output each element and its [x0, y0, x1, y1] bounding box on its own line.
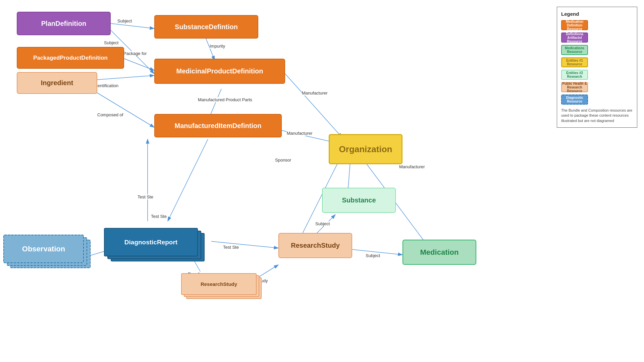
- svg-line-10: [168, 139, 208, 221]
- legend: Legend Medication Definition Resource De…: [557, 7, 637, 128]
- node-packaged-product-definition: PackagedProductDefinition: [17, 47, 124, 69]
- label-composed-of: Composed of: [97, 112, 123, 117]
- node-diagnostic-report-stack: DiagnosticReport: [104, 228, 205, 268]
- svg-line-3: [124, 59, 154, 70]
- node-ingredient: Ingredient: [17, 72, 97, 94]
- label-subject3: Subject: [315, 221, 330, 226]
- legend-box-medication-definition: Medication Definition Resource: [561, 20, 588, 30]
- label-test-ste3: Test Ste: [151, 214, 167, 219]
- legend-box-entities1: Entities #1 Resource: [561, 57, 588, 67]
- node-organization: Organization: [329, 134, 402, 164]
- label-subject4: Subject: [366, 253, 380, 258]
- label-manufacturer2: Manufacturer: [287, 131, 313, 136]
- legend-box-public-health: Public Health & Research Resource: [561, 82, 588, 92]
- legend-item-diagnostic: Diagnostic Resource: [561, 95, 633, 105]
- label-manufactured-parts: Manufactured Product Parts: [198, 97, 252, 102]
- svg-line-4: [87, 75, 154, 80]
- legend-box-entities2: Entities #2 Research: [561, 70, 588, 80]
- legend-item-definition-artifacts: Definitiona ArtifactsI Resource: [561, 33, 633, 43]
- legend-item-medication-definition: Medication Definition Resource: [561, 20, 633, 30]
- label-test-ste2: Test Ste: [138, 194, 153, 199]
- label-impurity: Impurity: [210, 44, 225, 49]
- label-package-for: Package for: [123, 51, 147, 56]
- node-research-study-small: ResearchStudy: [181, 273, 265, 307]
- svg-line-16: [211, 241, 278, 248]
- svg-line-7: [91, 89, 154, 127]
- node-observation-stack: Observation: [3, 235, 94, 273]
- node-plan-definition: PlanDefinition: [17, 12, 111, 35]
- diagram: Subject Subject Package for Identificati…: [0, 0, 644, 362]
- legend-item-entities2: Entities #2 Research: [561, 70, 633, 80]
- node-medicinal-product-definition: MedicinalProductDefinition: [154, 59, 285, 84]
- label-manufacturer1: Manufacturer: [302, 90, 328, 96]
- svg-line-1: [111, 23, 154, 28]
- label-subject2: Subject: [104, 40, 118, 45]
- node-research-study-main: ResearchStudy: [278, 233, 352, 258]
- node-substance: Substance: [322, 188, 396, 213]
- legend-box-medications: Medications Resource: [561, 45, 588, 55]
- legend-item-public-health: Public Health & Research Resource: [561, 82, 633, 92]
- legend-note: The Bundle and Composition resources are…: [561, 108, 633, 123]
- node-medication: Medication: [402, 240, 476, 265]
- label-identification: Identification: [94, 83, 118, 88]
- label-sponsor: Sponsor: [275, 158, 291, 163]
- label-test-ste1: Test Ste: [223, 245, 239, 250]
- node-substance-definition: SubstanceDefintion: [154, 15, 258, 39]
- legend-box-diagnostic: Diagnostic Resource: [561, 95, 588, 105]
- legend-title: Legend: [561, 11, 633, 17]
- label-manufacturer4: Manufacturer: [399, 164, 425, 169]
- legend-item-medications: Medications Resource: [561, 45, 633, 55]
- svg-line-8: [285, 74, 342, 137]
- label-subject1: Subject: [117, 18, 132, 23]
- legend-item-entities1: Entities #1 Resource: [561, 57, 633, 67]
- node-manufactured-item-definition: ManufacturedItemDefintion: [154, 114, 282, 137]
- legend-box-definition-artifacts: Definitiona ArtifactsI Resource: [561, 33, 588, 43]
